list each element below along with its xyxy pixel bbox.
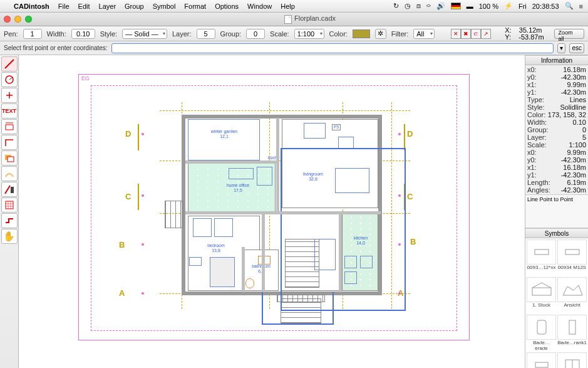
tool-hatch[interactable] [1,197,18,213]
dropdown-icon[interactable]: ▾ [557,43,565,53]
symbol-item[interactable] [557,352,587,368]
tool-wall[interactable] [1,213,18,228]
svg-rect-11 [565,250,579,255]
scale-label: Scale: [270,30,289,38]
menubar-status: ↻ ◷ ⧈ ⌔ 🔊 ▬ 100 % ⚡ Fri 20:38:53 🔍 ≡ [393,2,583,10]
svg-rect-9 [6,201,13,209]
command-prompt: Select first point or enter coordinates: [4,45,108,51]
svg-rect-15 [535,362,548,367]
layer-eg-label: EG [81,75,90,81]
menu-window[interactable]: Window [247,3,272,10]
menu-file[interactable]: File [58,3,70,10]
menu-edit[interactable]: Edit [78,3,90,10]
symbol-item[interactable] [527,239,556,265]
command-prompt-row: Select first point or enter coordinates:… [0,41,588,55]
symbol-item[interactable] [557,277,587,302]
window-controls [4,16,32,23]
svg-rect-14 [569,320,575,334]
group-label: Group: [220,30,242,38]
minimize-button[interactable] [14,16,21,23]
filter-select[interactable]: All [413,29,435,39]
marker-f5: F5 [332,124,341,130]
tool-dimension[interactable] [1,119,18,134]
tool-trim[interactable] [1,88,18,103]
battery-percent: 100 % [479,3,498,10]
pen-value[interactable]: 1 [23,29,42,39]
document-icon [284,15,292,24]
dim-b-right: B [410,237,416,246]
menu-help[interactable]: Help [281,3,295,10]
menu-options[interactable]: Options [215,3,239,10]
drawing-canvas[interactable]: EG D C B A D C B A [19,55,525,368]
tool-measure[interactable] [1,166,18,181]
dim-d-left: D [125,129,131,139]
dim-a-left: A [119,288,125,298]
document-title: Florplan.cadx [36,14,584,23]
style-select[interactable]: — Solid — [122,29,167,39]
filter-label: Filter: [391,30,409,38]
symbols-body: 0093…12*xx 00934 M12S 1. Stock Ansicht B… [525,238,588,368]
pen-label: Pen: [4,30,18,38]
room-bath-label: bathroom 6,0 [245,264,277,274]
symbols-header: Symbols [525,228,588,238]
symbol-item[interactable] [557,315,587,340]
cursor-coords: X: 35.12m Y: -53.87m [505,27,544,41]
menu-layer[interactable]: Layer [99,3,116,10]
room-bedroom-label: bedroom 13,8 [200,243,232,253]
symbol-item[interactable] [527,315,556,340]
symbol-item[interactable] [527,277,556,302]
svg-rect-13 [537,320,546,334]
symbol-item[interactable] [557,239,587,265]
dim-d-right: D [407,129,413,139]
notification-icon[interactable]: ≡ [579,3,583,10]
svg-line-7 [5,186,10,194]
bluetooth-icon: ⧈ [416,2,421,10]
menubar: CADintosh File Edit Layer Group Symbol F… [0,0,588,13]
snap-x-icon[interactable]: ✖ [461,29,471,39]
tool-text[interactable]: TEXT [1,103,18,118]
snap-arrow-icon[interactable]: ↗ [481,29,491,39]
sync-icon: ↻ [393,2,399,10]
snap-cross-icon[interactable]: ✕ [451,29,461,39]
tool-corner[interactable] [1,135,18,150]
svg-rect-12 [532,288,551,295]
tool-pan[interactable]: ✋ [1,229,18,244]
menu-format[interactable]: Format [184,3,206,10]
menu-group[interactable]: Group [125,3,144,10]
window-titlebar: Florplan.cadx [0,13,588,26]
room-wintergarden-label: winter garden 12,1 [205,129,243,139]
tool-line[interactable] [1,56,18,71]
snap-modes: ✕ ✖ ⊂ ↗ [451,29,491,39]
spotlight-icon[interactable]: 🔍 [565,2,574,10]
charging-icon: ⚡ [504,2,513,10]
settings-icon[interactable]: ✲ [375,29,386,39]
options-bar: Pen: 1 Width: 0.10 Style: — Solid — Laye… [0,26,588,41]
layer-value[interactable]: 5 [197,29,215,39]
toolbox: TEXT ✋ [0,55,19,368]
battery-icon: ▬ [467,3,473,10]
clock-time: 20:38:53 [532,3,559,10]
tool-circle[interactable] [1,72,18,87]
style-label: Style: [100,30,118,38]
layer-label: Layer: [172,30,192,38]
input-flag-icon[interactable] [451,3,461,9]
svg-rect-8 [11,187,14,193]
command-input[interactable] [111,43,554,53]
symbol-item[interactable] [527,352,556,368]
volume-icon: 🔊 [436,2,445,10]
esc-button[interactable]: esc [569,43,584,53]
snap-magnet-icon[interactable]: ⊂ [471,29,481,39]
width-value[interactable]: 0.10 [71,29,95,39]
zoom-button[interactable] [25,16,32,23]
close-button[interactable] [4,16,11,23]
app-menu[interactable]: CADintosh [14,3,49,10]
color-swatch[interactable] [353,29,370,38]
info-message: Line Point to Point [525,194,588,228]
tool-layer[interactable] [1,150,18,166]
tool-delete[interactable] [1,182,18,197]
menu-symbol[interactable]: Symbol [153,3,176,10]
zoom-all-button[interactable]: Zoom all [554,29,584,39]
group-value[interactable]: 0 [246,29,265,39]
timemachine-icon: ◷ [405,2,411,10]
scale-select[interactable]: 1:100 [294,29,324,39]
